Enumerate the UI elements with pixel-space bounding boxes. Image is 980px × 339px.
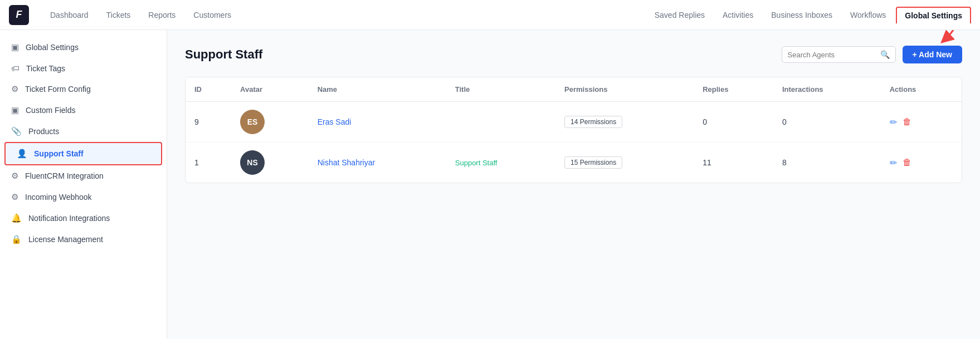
cell-actions-1: ✏ 🗑 [881, 102, 962, 143]
agent-link-1[interactable]: Eras Sadi [318, 117, 352, 126]
table-header: ID Avatar Name Title Permissions Replies… [186, 77, 962, 102]
topnav-left-items: Dashboard Tickets Reports Customers [42, 7, 239, 23]
sidebar-item-custom-fields[interactable]: ▣ Custom Fields [0, 100, 167, 121]
sidebar-label-notification-integrations: Notification Integrations [28, 214, 110, 223]
page-title: Support Staff [185, 47, 262, 62]
sidebar-item-fluentcrm[interactable]: ⚙ FluentCRM Integration [0, 165, 167, 186]
tag-icon: 🏷 [11, 63, 19, 73]
nav-tickets[interactable]: Tickets [99, 7, 139, 23]
support-staff-table: ID Avatar Name Title Permissions Replies… [185, 77, 962, 183]
cell-replies-1: 0 [694, 102, 773, 143]
title-badge-2: Support Staff [455, 159, 498, 167]
permissions-badge-1: 14 Permissions [564, 116, 622, 128]
action-buttons-1: ✏ 🗑 [890, 117, 953, 127]
cell-replies-2: 11 [694, 143, 773, 183]
avatar-initials-1: ES [247, 117, 258, 126]
col-title: Title [446, 77, 555, 102]
cell-actions-2: ✏ 🗑 [881, 143, 962, 183]
avatar-1: ES [240, 110, 265, 134]
document-icon: ▣ [11, 42, 19, 52]
topnav-right-items: Saved Replies Activities Business Inboxe… [647, 7, 971, 23]
sidebar-label-global-settings: Global Settings [26, 43, 79, 52]
main-header: Support Staff 🔍 [185, 46, 962, 63]
red-arrow-annotation [922, 30, 967, 45]
nav-reports[interactable]: Reports [140, 7, 183, 23]
search-icon: 🔍 [880, 50, 890, 59]
products-icon: 📎 [11, 126, 22, 136]
sidebar-item-support-staff[interactable]: 👤 Support Staff [4, 142, 162, 165]
cell-title-2: Support Staff [446, 143, 555, 183]
lock-icon: 🔒 [11, 234, 22, 244]
table-row: 1 NS Nishat Shahriyar Support [186, 143, 962, 183]
webhook-icon: ⚙ [11, 192, 18, 202]
sidebar-label-incoming-webhook: Incoming Webhook [25, 193, 92, 202]
cell-name-2: Nishat Shahriyar [309, 143, 446, 183]
avatar-2: NS [240, 150, 265, 175]
sidebar: ▣ Global Settings 🏷 Ticket Tags ⚙ Ticket… [0, 30, 167, 339]
cell-title-1 [446, 102, 555, 143]
fields-icon: ▣ [11, 105, 19, 115]
sidebar-item-global-settings[interactable]: ▣ Global Settings [0, 37, 167, 58]
sidebar-item-products[interactable]: 📎 Products [0, 121, 167, 142]
header-right: 🔍 + Add New [782, 46, 962, 63]
cell-interactions-2: 8 [773, 143, 881, 183]
col-replies: Replies [694, 77, 773, 102]
col-interactions: Interactions [773, 77, 881, 102]
search-box: 🔍 [782, 46, 896, 63]
add-new-button[interactable]: + Add New [903, 46, 962, 63]
cell-permissions-1: 14 Permissions [555, 102, 694, 143]
bell-icon: 🔔 [11, 213, 22, 223]
col-actions: Actions [881, 77, 962, 102]
edit-button-1[interactable]: ✏ [890, 117, 897, 127]
cell-interactions-1: 0 [773, 102, 881, 143]
cell-permissions-2: 15 Permissions [555, 143, 694, 183]
nav-activities[interactable]: Activities [715, 7, 761, 23]
delete-button-1[interactable]: 🗑 [903, 117, 911, 127]
nav-global-settings[interactable]: Global Settings [896, 7, 971, 23]
sidebar-item-license-management[interactable]: 🔒 License Management [0, 229, 167, 250]
table-body: 9 ES Eras Sadi 14 Permissions [186, 102, 962, 183]
agent-link-2[interactable]: Nishat Shahriyar [318, 158, 376, 167]
app-logo[interactable]: F [9, 5, 29, 25]
sidebar-label-fluentcrm: FluentCRM Integration [25, 171, 104, 180]
permissions-badge-2: 15 Permissions [564, 156, 622, 169]
sidebar-label-products: Products [28, 127, 59, 136]
sidebar-label-custom-fields: Custom Fields [26, 106, 75, 115]
cell-avatar-1: ES [231, 102, 309, 143]
delete-button-2[interactable]: 🗑 [903, 158, 911, 168]
col-permissions: Permissions [555, 77, 694, 102]
search-input[interactable] [788, 51, 877, 59]
integration-icon: ⚙ [11, 171, 18, 181]
cell-id-1: 9 [186, 102, 231, 143]
nav-workflows[interactable]: Workflows [842, 7, 894, 23]
nav-customers[interactable]: Customers [186, 7, 239, 23]
top-navigation: F Dashboard Tickets Reports Customers Sa… [0, 0, 980, 30]
nav-saved-replies[interactable]: Saved Replies [647, 7, 713, 23]
gear-icon: ⚙ [11, 84, 18, 94]
sidebar-item-ticket-tags[interactable]: 🏷 Ticket Tags [0, 58, 167, 78]
sidebar-label-support-staff: Support Staff [34, 149, 84, 158]
cell-id-2: 1 [186, 143, 231, 183]
sidebar-item-ticket-form-config[interactable]: ⚙ Ticket Form Config [0, 78, 167, 100]
sidebar-item-notification-integrations[interactable]: 🔔 Notification Integrations [0, 208, 167, 229]
sidebar-item-incoming-webhook[interactable]: ⚙ Incoming Webhook [0, 186, 167, 208]
staff-table: ID Avatar Name Title Permissions Replies… [186, 77, 962, 183]
cell-avatar-2: NS [231, 143, 309, 183]
col-id: ID [186, 77, 231, 102]
sidebar-label-license-management: License Management [28, 235, 103, 244]
main-layout: ▣ Global Settings 🏷 Ticket Tags ⚙ Ticket… [0, 30, 980, 339]
edit-button-2[interactable]: ✏ [890, 158, 897, 168]
table-row: 9 ES Eras Sadi 14 Permissions [186, 102, 962, 143]
sidebar-label-ticket-form-config: Ticket Form Config [25, 85, 91, 94]
cell-name-1: Eras Sadi [309, 102, 446, 143]
agent-name-2: Nishat Shahriyar [318, 158, 376, 167]
avatar-initials-2: NS [247, 158, 257, 167]
logo-text: F [16, 9, 22, 21]
col-name: Name [309, 77, 446, 102]
add-new-wrapper: + Add New [903, 46, 962, 63]
col-avatar: Avatar [231, 77, 309, 102]
person-icon: 👤 [17, 149, 27, 159]
nav-business-inboxes[interactable]: Business Inboxes [763, 7, 840, 23]
main-content: Support Staff 🔍 [167, 30, 980, 339]
nav-dashboard[interactable]: Dashboard [42, 7, 96, 23]
